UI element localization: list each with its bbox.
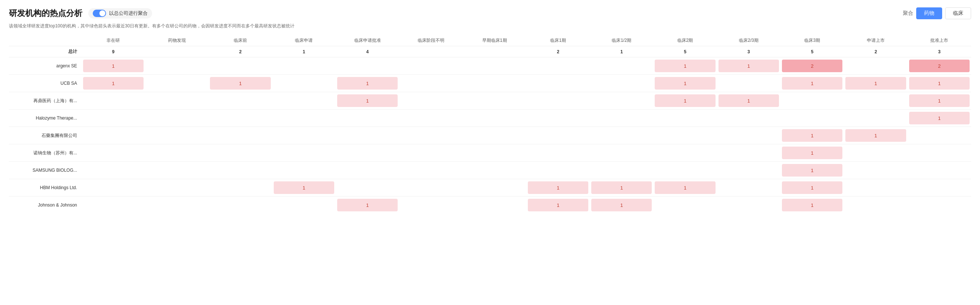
cell-5-2 bbox=[208, 144, 272, 162]
toggle-group[interactable]: 以总公司进行聚合 bbox=[88, 8, 152, 19]
cell-2-4: 1 bbox=[336, 92, 399, 109]
cell-5-8 bbox=[590, 144, 653, 162]
cell-7-13 bbox=[908, 179, 971, 196]
col-header-2: 临床前 bbox=[208, 35, 272, 46]
cell-7-6 bbox=[463, 179, 527, 196]
cell-1-4: 1 bbox=[336, 75, 399, 92]
cell-3-1 bbox=[145, 109, 208, 127]
cell-3-9 bbox=[653, 109, 717, 127]
cell-7-11: 1 bbox=[780, 179, 844, 196]
totals-cell-4: 4 bbox=[336, 46, 399, 57]
totals-cell-10: 3 bbox=[717, 46, 780, 57]
cell-0-6 bbox=[463, 57, 527, 75]
cell-1-8 bbox=[590, 75, 653, 92]
table-row: UCB SA1111111 bbox=[9, 75, 971, 92]
totals-cell-13: 3 bbox=[908, 46, 971, 57]
cell-2-0 bbox=[82, 92, 145, 109]
totals-cell-11: 5 bbox=[780, 46, 844, 57]
cell-3-12 bbox=[844, 109, 907, 127]
heatmap-table: 非在研 药物发现 临床前 临床申请 临床申请批准 临床阶段不明 早期临床1期 临… bbox=[9, 35, 971, 213]
cell-4-8 bbox=[590, 127, 653, 144]
cell-1-0: 1 bbox=[82, 75, 145, 92]
cell-6-10 bbox=[717, 162, 780, 179]
cell-1-9: 1 bbox=[653, 75, 717, 92]
col-header-11: 临床3期 bbox=[780, 35, 844, 46]
cell-8-9 bbox=[653, 196, 717, 214]
page-title: 研发机构的热点分析 bbox=[9, 8, 82, 19]
cell-7-5 bbox=[399, 179, 463, 196]
cell-5-9 bbox=[653, 144, 717, 162]
cell-5-12 bbox=[844, 144, 907, 162]
table-row: 诺纳生物（苏州）有...1 bbox=[9, 144, 971, 162]
table-row: Halozyme Therape...1 bbox=[9, 109, 971, 127]
cell-5-13 bbox=[908, 144, 971, 162]
table-body: 总计92142153523argenx SE11122UCB SA1111111… bbox=[9, 46, 971, 214]
cell-5-1 bbox=[145, 144, 208, 162]
toggle-switch[interactable] bbox=[93, 9, 106, 17]
totals-cell-8: 1 bbox=[590, 46, 653, 57]
cell-0-12 bbox=[844, 57, 907, 75]
cell-8-0 bbox=[82, 196, 145, 214]
col-header-7: 临床1期 bbox=[527, 35, 590, 46]
cell-3-8 bbox=[590, 109, 653, 127]
cell-5-6 bbox=[463, 144, 527, 162]
cell-7-4 bbox=[336, 179, 399, 196]
cell-2-6 bbox=[463, 92, 527, 109]
row-label-3: Halozyme Therape... bbox=[9, 109, 82, 127]
cell-6-1 bbox=[145, 162, 208, 179]
col-header-3: 临床申请 bbox=[272, 35, 336, 46]
cell-2-12 bbox=[844, 92, 907, 109]
cell-8-8: 1 bbox=[590, 196, 653, 214]
cell-8-2 bbox=[208, 196, 272, 214]
cell-3-13: 1 bbox=[908, 109, 971, 127]
cell-1-11: 1 bbox=[780, 75, 844, 92]
tab-drug[interactable]: 药物 bbox=[916, 7, 942, 19]
cell-8-5 bbox=[399, 196, 463, 214]
cell-4-2 bbox=[208, 127, 272, 144]
cell-5-3 bbox=[272, 144, 336, 162]
cell-7-10 bbox=[717, 179, 780, 196]
cell-7-0 bbox=[82, 179, 145, 196]
cell-6-2 bbox=[208, 162, 272, 179]
toggle-label: 以总公司进行聚合 bbox=[109, 10, 148, 17]
cell-1-5 bbox=[399, 75, 463, 92]
subtitle: 该领域全球研发进度top100的机构，其中绿色箭头表示最近30日有更新。有多个在… bbox=[9, 23, 971, 29]
header-row-tr: 非在研 药物发现 临床前 临床申请 临床申请批准 临床阶段不明 早期临床1期 临… bbox=[9, 35, 971, 46]
tab-clinical[interactable]: 临床 bbox=[945, 7, 971, 19]
totals-row: 总计92142153523 bbox=[9, 46, 971, 57]
page: 研发机构的热点分析 以总公司进行聚合 聚合 药物 临床 该领域全球研发进度top… bbox=[0, 0, 980, 305]
cell-8-12 bbox=[844, 196, 907, 214]
header-row: 研发机构的热点分析 以总公司进行聚合 聚合 药物 临床 bbox=[9, 7, 971, 19]
cell-4-11: 1 bbox=[780, 127, 844, 144]
cell-2-11 bbox=[780, 92, 844, 109]
cell-2-3 bbox=[272, 92, 336, 109]
cell-2-13: 1 bbox=[908, 92, 971, 109]
row-label-0: argenx SE bbox=[9, 57, 82, 75]
cell-0-1 bbox=[145, 57, 208, 75]
totals-cell-6 bbox=[463, 46, 527, 57]
row-label-7: HBM Holdings Ltd. bbox=[9, 179, 82, 196]
cell-1-7 bbox=[527, 75, 590, 92]
cell-2-9: 1 bbox=[653, 92, 717, 109]
cell-6-9 bbox=[653, 162, 717, 179]
col-header-0: 非在研 bbox=[82, 35, 145, 46]
row-label-5: 诺纳生物（苏州）有... bbox=[9, 144, 82, 162]
cell-2-10: 1 bbox=[717, 92, 780, 109]
cell-6-8 bbox=[590, 162, 653, 179]
cell-1-2: 1 bbox=[208, 75, 272, 92]
cell-5-10 bbox=[717, 144, 780, 162]
cell-2-8 bbox=[590, 92, 653, 109]
cell-0-11: 2 bbox=[780, 57, 844, 75]
cell-2-2 bbox=[208, 92, 272, 109]
cell-4-0 bbox=[82, 127, 145, 144]
row-label-1: UCB SA bbox=[9, 75, 82, 92]
cell-2-5 bbox=[399, 92, 463, 109]
cell-1-12: 1 bbox=[844, 75, 907, 92]
totals-cell-1 bbox=[145, 46, 208, 57]
cell-8-11: 1 bbox=[780, 196, 844, 214]
row-label-4: 石藥集團有限公司 bbox=[9, 127, 82, 144]
cell-6-7 bbox=[527, 162, 590, 179]
cell-4-3 bbox=[272, 127, 336, 144]
cell-6-11: 1 bbox=[780, 162, 844, 179]
header-left: 研发机构的热点分析 以总公司进行聚合 bbox=[9, 8, 152, 19]
